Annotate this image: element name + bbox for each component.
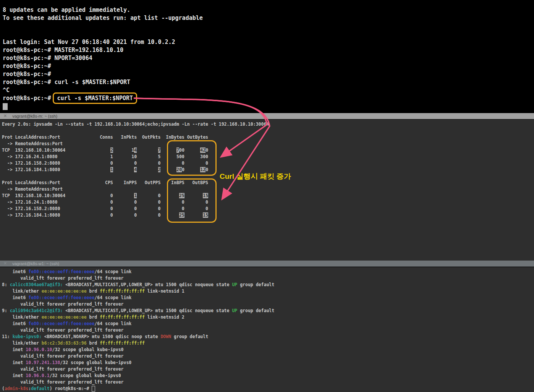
close-icon[interactable]: ✕ xyxy=(3,261,7,266)
k8s-m-window-titlebar: ✕ vagrant@k8s-m: ~ (ssh) xyxy=(0,113,534,119)
local-terminal-output: 8 updates can be applied immediately.To … xyxy=(3,6,203,110)
annotation-box-bps xyxy=(167,178,217,223)
screen: 8 updates can be applied immediately.To … xyxy=(0,0,534,392)
k8s-m-window-title: vagrant@k8s-m: ~ (ssh) xyxy=(12,114,57,118)
local-terminal-pane: 8 updates can be applied immediately.To … xyxy=(0,0,534,113)
close-icon[interactable]: ✕ xyxy=(3,113,7,118)
annotation-box-bytes xyxy=(167,140,217,176)
k8s-w1-window-title: vagrant@k8s-w1: ~ (ssh) xyxy=(12,261,59,266)
k8s-w1-terminal-pane: inet6 fe80::ecee:eeff:feee:eeee/64 scope… xyxy=(0,267,534,392)
ip-addr-output: inet6 fe80::ecee:eeff:feee:eeee/64 scope… xyxy=(2,269,274,392)
k8s-w1-window-titlebar: ✕ vagrant@k8s-w1: ~ (ssh) xyxy=(0,261,534,267)
annotation-label: Curl 실행시 패킷 증가 xyxy=(220,172,291,181)
ipvsadm-watch-output: Every 2.0s: ipvsadm -Ln --stats -t 192.1… xyxy=(2,121,269,219)
k8s-m-terminal-pane: Every 2.0s: ipvsadm -Ln --stats -t 192.1… xyxy=(0,120,534,261)
